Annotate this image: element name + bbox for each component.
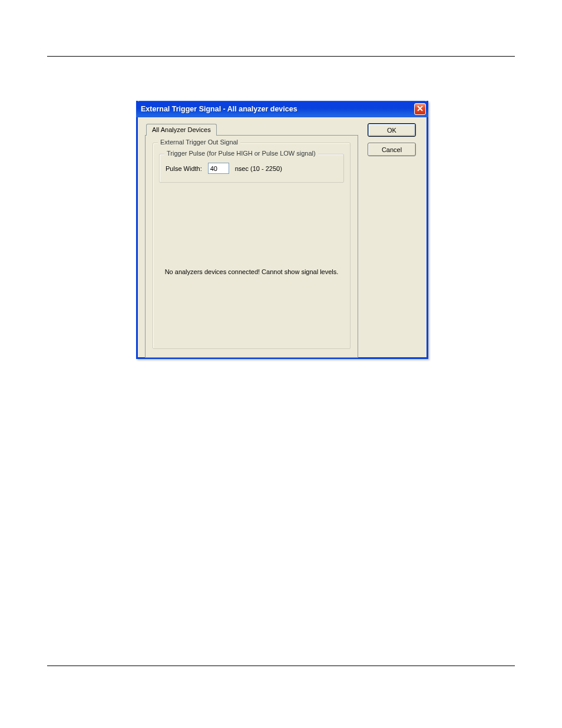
- cancel-button[interactable]: Cancel: [368, 143, 416, 156]
- pulse-width-input[interactable]: [208, 163, 229, 174]
- close-icon: [417, 105, 423, 113]
- status-message: No analyzers devices connected! Cannot s…: [159, 268, 344, 275]
- group-external-trigger-out: External Trigger Out Signal Trigger Puls…: [153, 143, 351, 349]
- external-trigger-dialog: External Trigger Signal - All analyzer d…: [136, 101, 428, 359]
- footer-rule: [47, 666, 515, 666]
- titlebar[interactable]: External Trigger Signal - All analyzer d…: [136, 101, 428, 117]
- pulse-width-label: Pulse Width:: [166, 165, 202, 172]
- tab-all-analyzer-devices[interactable]: All Analyzer Devices: [146, 124, 217, 136]
- group-trigger-pulse: Trigger Pulse (for Pulse HIGH or Pulse L…: [159, 154, 344, 183]
- pulse-width-row: Pulse Width: nsec (10 - 2250): [166, 163, 338, 174]
- ok-button[interactable]: OK: [368, 123, 416, 137]
- close-button[interactable]: [414, 103, 426, 115]
- pulse-width-units: nsec (10 - 2250): [235, 165, 282, 172]
- dialog-buttons: OK Cancel: [368, 123, 419, 162]
- dialog-body: All Analyzer Devices External Trigger Ou…: [138, 117, 427, 357]
- header-rule: [47, 56, 515, 57]
- dialog-title: External Trigger Signal - All analyzer d…: [141, 105, 414, 113]
- tab-panel: External Trigger Out Signal Trigger Puls…: [145, 135, 358, 358]
- group-external-trigger-out-label: External Trigger Out Signal: [158, 139, 240, 146]
- tabs: All Analyzer Devices: [146, 123, 358, 135]
- group-trigger-pulse-label: Trigger Pulse (for Pulse HIGH or Pulse L…: [164, 150, 318, 157]
